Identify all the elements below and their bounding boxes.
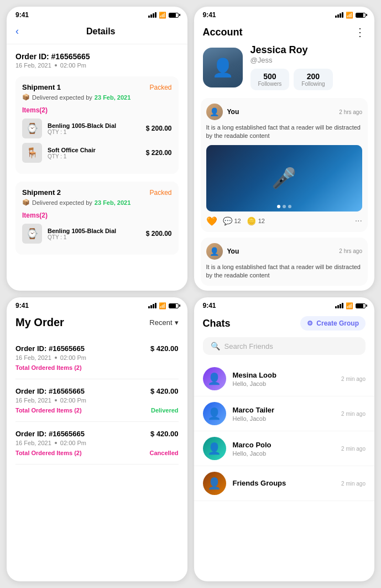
shipment-1-delivery: 📦 Delivered expected by 23 Feb, 2021 (22, 94, 172, 101)
shipment-1-items-label: Items(2) (22, 106, 172, 114)
time-2: 9:41 (203, 11, 216, 19)
item-row: 🪑 Soft Office Chair QTY : 1 $ 220.00 (22, 143, 172, 163)
order-list: Order ID: #16565665 $ 420.00 16 Feb, 202… (7, 337, 187, 581)
post-1-image: 🎤 (206, 145, 363, 212)
battery-icon (169, 303, 179, 308)
status-icons-3: 📶 (148, 302, 179, 310)
coin-icon: 🪙 (247, 216, 256, 225)
post-2: 👤 You 2 hrs ago It is a long established… (201, 238, 368, 286)
profile-handle: @Jess (250, 56, 366, 64)
battery-icon (356, 303, 366, 308)
create-group-button[interactable]: ⚙ Create Group (300, 316, 366, 331)
more-button[interactable]: ··· (355, 216, 362, 226)
search-bar[interactable]: 🔍 Search Friends (203, 337, 366, 355)
avatar: 👤 (203, 472, 226, 495)
chat-item[interactable]: 👤 Friends Groups 2 min ago (194, 466, 375, 501)
profile-stats: 500 Followers 200 Following (250, 69, 366, 90)
chat-info: Marco Polo Hello, Jacob (233, 441, 335, 457)
post-1-actions: 🧡 💬 12 🪙 12 ··· (206, 216, 363, 226)
shipment-2: Shipment 2 Packed 📦 Delivered expected b… (15, 182, 179, 255)
comment-icon: 💬 (223, 216, 232, 225)
account-title: Account (203, 27, 243, 38)
chevron-down-icon: ▾ (175, 318, 179, 327)
status-icons-4: 📶 (335, 302, 366, 310)
time-3: 9:41 (15, 302, 29, 310)
status-icons-2: 📶 (335, 12, 366, 19)
chats-title: Chats (203, 318, 231, 329)
shipment-1-header: Shipment 1 Packed (22, 83, 172, 91)
avatar: 👤 (203, 402, 226, 425)
time-4: 9:41 (203, 302, 216, 310)
comment-button[interactable]: 💬 12 (223, 216, 241, 225)
battery-icon (356, 13, 366, 18)
wifi-icon: 📶 (159, 12, 166, 19)
wifi-icon: 📶 (159, 302, 166, 310)
like-button[interactable]: 🧡 (206, 216, 217, 226)
myorder-panel: 9:41 📶 My Order Recent ▾ Order ID: #1656… (7, 297, 187, 581)
signal-icon (335, 12, 343, 18)
image-carousel-dots (277, 205, 291, 208)
more-options-button[interactable]: ⋮ (354, 25, 366, 39)
post-2-header: 👤 You 2 hrs ago (206, 243, 363, 260)
post-2-user: 👤 You (206, 243, 239, 260)
order-date: 16 Feb, 2021 02:00 Pm (15, 62, 179, 69)
details-content: Order ID: #16565665 16 Feb, 2021 02:00 P… (7, 44, 187, 291)
shipment-2-status: Packed (149, 189, 171, 197)
back-button[interactable]: ‹ (15, 25, 19, 37)
order-item[interactable]: Order ID: #16565665 $ 420.00 16 Feb, 202… (15, 337, 179, 379)
item-2-info: Soft Office Chair QTY : 1 (48, 147, 140, 159)
profile-section: 👤 Jessica Roy @Jess 500 Followers 200 Fo… (194, 44, 375, 98)
details-header: ‹ Details (7, 21, 187, 44)
avatar: 👤 (203, 48, 243, 87)
shipment-2-items-label: Items(2) (22, 212, 172, 219)
myorder-title: My Order (15, 316, 64, 329)
heart-icon: 🧡 (206, 216, 217, 226)
chat-item[interactable]: 👤 Marco Tailer Hello, Jacob 2 min ago (194, 396, 375, 431)
chat-info: Marco Tailer Hello, Jacob (233, 406, 335, 422)
signal-icon (335, 303, 343, 308)
status-bar-1: 9:41 📶 (7, 7, 187, 21)
item-3-info: Benling 1005-Black Dial QTY : 1 (48, 228, 140, 240)
shipment-1: Shipment 1 Packed 📦 Delivered expected b… (15, 76, 179, 174)
wifi-icon: 📶 (346, 12, 353, 19)
avatar: 👤 (203, 367, 226, 390)
signal-icon (148, 303, 156, 308)
shipment-2-delivery: 📦 Delivered expected by 23 Feb, 2021 (22, 199, 172, 206)
post-1-header: 👤 You 2 hrs ago (206, 104, 363, 120)
wifi-icon: 📶 (346, 302, 353, 310)
myorder-header: My Order Recent ▾ (7, 312, 187, 337)
order-item[interactable]: Order ID: #16565665 $ 420.00 16 Feb, 202… (15, 422, 179, 465)
search-icon: 🔍 (211, 342, 220, 350)
item-1-img: ⌚ (22, 118, 42, 138)
signal-icon (148, 12, 156, 18)
page-title: Details (23, 27, 179, 37)
status-icons-1: 📶 (148, 12, 179, 19)
item-row: ⌚ Benling 1005-Black Dial QTY : 1 $ 200.… (22, 118, 172, 138)
chat-info: Mesina Loob Hello, Jacob (233, 371, 335, 387)
time-1: 9:41 (15, 11, 29, 19)
account-header: Account ⋮ (194, 21, 375, 44)
details-panel: 9:41 📶 ‹ Details Order ID: #16565665 16 … (7, 7, 187, 291)
shipment-2-title: Shipment 2 (22, 188, 61, 197)
order-id: Order ID: #16565665 (15, 52, 179, 61)
account-panel: 9:41 📶 Account ⋮ 👤 Jessica Roy @Jess 500… (194, 7, 375, 291)
profile-name: Jessica Roy (250, 44, 366, 56)
shipment-2-header: Shipment 2 Packed (22, 188, 172, 197)
item-1-info: Benling 1005-Black Dial QTY : 1 (48, 122, 140, 135)
search-placeholder: Search Friends (225, 342, 273, 350)
coin-button[interactable]: 🪙 12 (247, 216, 265, 225)
status-bar-2: 9:41 📶 (194, 7, 375, 21)
chat-item[interactable]: 👤 Mesina Loob Hello, Jacob 2 min ago (194, 362, 375, 396)
sort-button[interactable]: Recent ▾ (149, 318, 178, 327)
order-item[interactable]: Order ID: #16565665 $ 420.00 16 Feb, 202… (15, 379, 179, 422)
post-avatar: 👤 (206, 104, 223, 120)
battery-icon (169, 13, 179, 18)
post-avatar: 👤 (206, 243, 223, 260)
post-1: 👤 You 2 hrs ago It is a long established… (201, 98, 368, 232)
following-stat: 200 Following (294, 69, 332, 90)
chat-item[interactable]: 👤 Marco Polo Hello, Jacob 2 min ago (194, 431, 375, 466)
chats-header: Chats ⚙ Create Group (194, 312, 375, 337)
profile-info: Jessica Roy @Jess 500 Followers 200 Foll… (250, 44, 366, 90)
shipment-1-title: Shipment 1 (22, 83, 61, 91)
group-icon: ⚙ (307, 319, 313, 327)
